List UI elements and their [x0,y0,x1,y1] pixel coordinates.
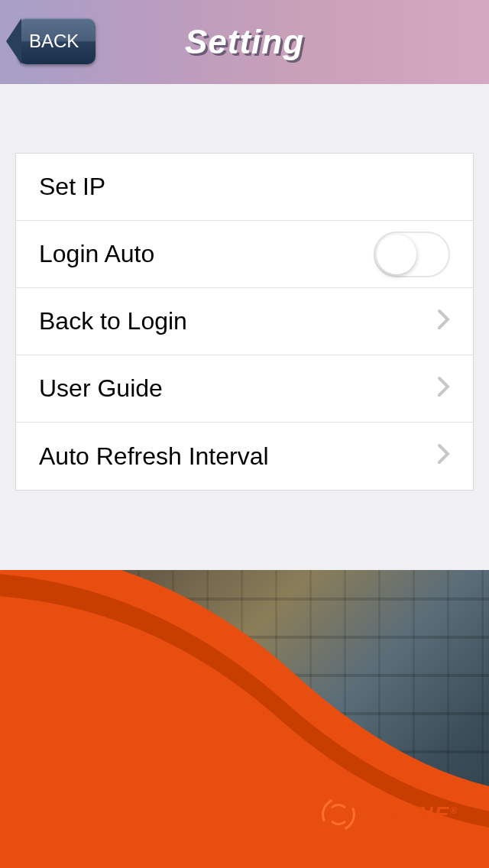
set-ip-row[interactable]: Set IP [16,154,473,221]
row-label: Auto Refresh Interval [39,442,269,471]
row-label: Back to Login [39,307,187,335]
header-bar: BACK Setting [0,0,489,84]
row-label: Set IP [39,173,105,201]
brand-logo: TRANE® [316,792,458,837]
back-button-label: BACK [29,31,79,52]
footer-banner: TRANE® [0,570,489,868]
row-label: Login Auto [39,240,154,268]
back-to-login-row[interactable]: Back to Login [16,288,473,355]
content-area: Set IP Login Auto Back to Login User Gui… [0,84,489,491]
chevron-right-icon [438,309,450,335]
login-auto-row: Login Auto [16,221,473,288]
user-guide-row[interactable]: User Guide [16,355,473,423]
chevron-right-icon [438,443,450,469]
brand-logo-text: TRANE® [369,802,458,827]
back-button[interactable]: BACK [18,18,96,64]
auto-refresh-row[interactable]: Auto Refresh Interval [16,423,473,490]
settings-list: Set IP Login Auto Back to Login User Gui… [15,153,474,491]
toggle-knob [377,235,416,274]
page-title: Setting [185,23,304,61]
login-auto-toggle[interactable] [374,232,450,277]
brand-logo-icon [316,792,361,837]
chevron-right-icon [438,376,450,402]
row-label: User Guide [39,374,163,403]
